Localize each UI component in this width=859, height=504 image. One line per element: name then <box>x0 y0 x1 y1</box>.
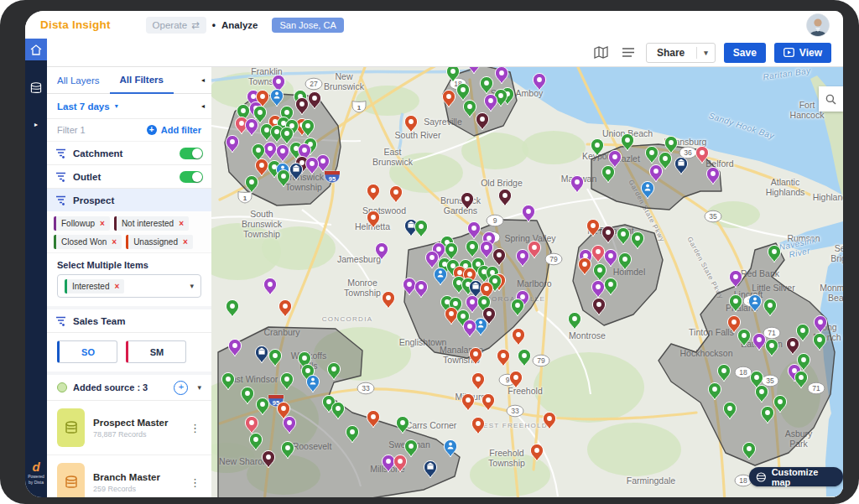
location-pill[interactable]: San Jose, CA <box>272 18 343 33</box>
map-pin-prospect-red[interactable] <box>279 299 291 317</box>
layer-row-catchment[interactable]: Catchment <box>47 142 211 165</box>
customize-map-button[interactable]: Customize map <box>749 467 843 486</box>
map-pin-prospect-red[interactable] <box>461 393 474 411</box>
tab-all-filters[interactable]: All Filters <box>110 67 174 94</box>
map-pin-prospect-red[interactable] <box>382 291 394 309</box>
remove-chip-icon[interactable]: × <box>100 219 105 228</box>
map-pin-prospect-red[interactable] <box>471 417 484 434</box>
source-record-count: 259 Records <box>93 485 179 493</box>
catchment-polygon[interactable] <box>573 225 663 325</box>
analyze-tab[interactable]: Analyze <box>221 20 258 30</box>
map-pin-prospect-red[interactable] <box>497 349 509 366</box>
sales-team-button-so[interactable]: SO <box>57 340 117 363</box>
status-chip[interactable]: Not interested× <box>114 216 189 231</box>
source-name: Branch Master <box>93 472 179 482</box>
map-pin-prospect-maroon[interactable] <box>461 192 473 210</box>
outlet-toggle[interactable] <box>180 171 203 183</box>
source-card[interactable]: Prospect Master78,887 Records⋮ <box>47 401 211 455</box>
home-icon <box>30 44 42 55</box>
map-pin-prospect-red[interactable] <box>367 210 379 228</box>
map-pin-prospect-red[interactable] <box>367 184 379 201</box>
map-pin-prospect-green[interactable] <box>518 349 530 366</box>
collapse-panel-icon[interactable]: ◂ <box>201 76 205 84</box>
remove-chip-icon[interactable]: × <box>114 282 119 291</box>
map-pin-prospect-red[interactable] <box>389 185 402 203</box>
tab-all-layers[interactable]: All Layers <box>47 67 110 93</box>
map-pin-prospect-red[interactable] <box>512 328 524 346</box>
catchment-toggle[interactable] <box>180 148 203 159</box>
map-canvas[interactable]: Franklin TownshipNew BrunswickNorth Brun… <box>211 67 843 497</box>
map-pin-prospect-green[interactable] <box>414 220 427 237</box>
list-view-icon[interactable] <box>619 44 638 62</box>
map-pin-prospect-red[interactable] <box>404 115 417 132</box>
map-pin-prospect-red[interactable] <box>469 347 482 365</box>
multi-select-dropdown[interactable]: Interested × ▾ <box>57 274 201 298</box>
map-search-button[interactable] <box>819 86 843 112</box>
catchment-polygon[interactable] <box>659 243 835 465</box>
map-pin-prospect-green[interactable] <box>568 312 580 330</box>
route-badge: 1 <box>352 101 366 113</box>
map-pin-prospect-green[interactable] <box>226 299 238 317</box>
sales-team-button-sm[interactable]: SM <box>126 340 186 363</box>
map-pin-prospect-red[interactable] <box>471 372 484 390</box>
map-pin-prospect-purple[interactable] <box>570 175 583 193</box>
remove-chip-icon[interactable]: × <box>112 237 117 247</box>
dista-logo: d <box>25 460 47 474</box>
add-filter-button[interactable]: + Add filter <box>147 125 201 135</box>
filters-sidebar: All Layers All Filters ◂ Last 7 days ▾ ◂… <box>47 67 212 497</box>
date-range-select[interactable]: Last 7 days <box>57 101 110 112</box>
home-nav-button[interactable] <box>25 39 47 60</box>
add-source-button[interactable]: + <box>174 381 188 395</box>
avatar[interactable] <box>806 13 830 37</box>
map-pin-prospect-maroon[interactable] <box>498 189 511 206</box>
map-toolbar: Share ▾ Save View <box>47 39 843 67</box>
share-button[interactable]: Share ▾ <box>646 43 716 63</box>
map-pin-prospect-green[interactable] <box>591 138 603 156</box>
map-pin-prospect-red[interactable] <box>543 412 555 429</box>
collapse-section-icon[interactable]: ◂ <box>201 102 205 110</box>
data-nav-button[interactable] <box>25 79 47 97</box>
svg-text:35: 35 <box>709 212 717 221</box>
status-chip[interactable]: Closed Won× <box>54 235 122 249</box>
operate-toggle[interactable]: Operate⇄ <box>146 17 206 34</box>
svg-text:33: 33 <box>362 384 370 392</box>
date-range-row: Last 7 days ▾ ◂ <box>47 94 211 119</box>
map-pin-prospect-red[interactable] <box>482 393 494 411</box>
share-dropdown-caret[interactable]: ▾ <box>696 47 715 59</box>
filter-icon <box>55 172 66 182</box>
svg-text:71: 71 <box>812 384 820 392</box>
svg-text:9: 9 <box>506 376 510 384</box>
map-view-icon[interactable] <box>592 44 611 62</box>
map-pin-prospect-purple[interactable] <box>522 205 534 222</box>
map-pin-prospect-purple[interactable] <box>533 73 545 91</box>
mode-switcher: Operate⇄ • Analyze San Jose, CA <box>146 17 344 34</box>
chevron-down-icon[interactable]: ▾ <box>197 383 201 392</box>
map-pin-prospect-red[interactable] <box>509 371 522 388</box>
source-record-count: 78,887 Records <box>93 430 179 439</box>
source-card[interactable]: Branch Master259 Records⋮ <box>47 455 211 497</box>
search-icon <box>825 94 836 105</box>
sales-team-row[interactable]: Sales Team <box>47 306 211 333</box>
rail-expand-button[interactable]: ▸ <box>25 121 47 128</box>
map-pin-prospect-purple[interactable] <box>375 242 388 260</box>
remove-chip-icon[interactable]: × <box>183 237 188 247</box>
app-window: Dista Insight Operate⇄ • Analyze San Jos… <box>25 11 843 497</box>
layer-row-outlet[interactable]: Outlet <box>47 165 211 189</box>
layer-row-prospect[interactable]: Prospect <box>47 189 211 211</box>
save-button[interactable]: Save <box>724 43 766 63</box>
kebab-menu-icon[interactable]: ⋮ <box>187 476 203 489</box>
status-chip[interactable]: Followup× <box>54 216 110 231</box>
date-caret-icon[interactable]: ▾ <box>115 102 118 110</box>
route-badge: 79 <box>533 355 549 366</box>
route-badge: 35 <box>705 210 721 222</box>
svg-text:33: 33 <box>511 407 519 415</box>
kebab-menu-icon[interactable]: ⋮ <box>187 422 203 434</box>
selected-chip[interactable]: Interested × <box>65 279 124 294</box>
view-button[interactable]: View <box>774 43 831 63</box>
map-pin-prospect-red[interactable] <box>530 444 543 461</box>
status-chip[interactable]: Unassigned× <box>126 235 193 249</box>
map-pin-prospect-purple[interactable] <box>263 278 276 295</box>
remove-chip-icon[interactable]: × <box>179 219 184 228</box>
filter-row: Filter 1 + Add filter <box>47 119 211 142</box>
route-badge: 95 <box>325 171 340 183</box>
